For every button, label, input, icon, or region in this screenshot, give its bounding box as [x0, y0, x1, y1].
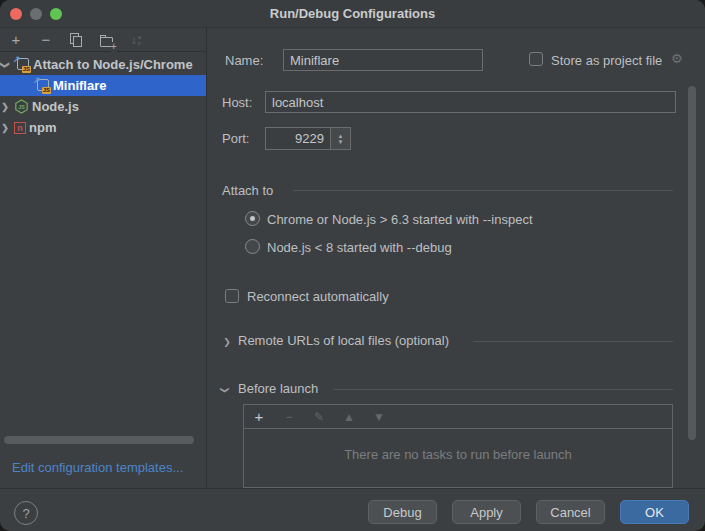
remove-configuration-icon[interactable]: − [38, 32, 54, 48]
tree-item-label: Attach to Node.js/Chrome [33, 57, 193, 72]
debug-button[interactable]: Debug [368, 500, 437, 524]
before-launch-toolbar: + − ✎ ▲ ▼ [244, 405, 672, 429]
section-divider [473, 341, 673, 342]
copy-configuration-icon[interactable] [68, 32, 84, 48]
tree-item-attach-to-nodejs-chrome[interactable]: ❯ ↗JS Attach to Node.js/Chrome [0, 54, 207, 75]
tree-item-label: Miniflare [53, 78, 106, 93]
chevron-down-icon[interactable]: ❯ [0, 60, 10, 70]
move-task-down-icon: ▼ [372, 410, 386, 424]
chevron-down-icon[interactable]: ❯ [220, 385, 230, 395]
store-as-project-file-checkbox[interactable] [529, 52, 543, 66]
host-label: Host: [222, 91, 252, 113]
cancel-button[interactable]: Cancel [536, 500, 605, 524]
attach-nodejs-chrome-icon: ↗JS [14, 57, 30, 72]
remote-urls-section-title[interactable]: Remote URLs of local files (optional) [238, 333, 449, 348]
svg-text:JS: JS [18, 104, 25, 110]
nodejs-icon: JS [14, 99, 29, 114]
dialog-footer: ? Debug Apply Cancel OK [0, 488, 705, 531]
port-value[interactable]: 9229 [266, 128, 330, 149]
titlebar: Run/Debug Configurations [0, 0, 705, 28]
dialog-title: Run/Debug Configurations [0, 0, 705, 28]
section-divider [333, 389, 673, 390]
remove-task-icon: − [282, 410, 296, 424]
port-spinner-buttons[interactable]: ▲ ▼ [330, 128, 350, 149]
tree-item-nodejs[interactable]: ❯ JS Node.js [0, 96, 207, 117]
run-debug-configurations-dialog: Run/Debug Configurations + − ↓az ❯ ↗JS A… [0, 0, 705, 531]
name-label: Name: [225, 49, 263, 71]
gear-icon[interactable]: ⚙ [671, 51, 683, 66]
move-task-up-icon: ▲ [342, 410, 356, 424]
tree-item-label: npm [29, 120, 56, 135]
reconnect-automatically-label: Reconnect automatically [247, 286, 389, 306]
ok-button[interactable]: OK [620, 500, 689, 524]
sidebar-horizontal-scrollbar[interactable] [4, 436, 194, 444]
name-input[interactable] [283, 49, 483, 71]
chevron-right-icon[interactable]: ❯ [0, 123, 10, 133]
before-launch-panel: + − ✎ ▲ ▼ There are no tasks to run befo… [243, 404, 673, 488]
attach-to-section-title: Attach to [222, 183, 273, 198]
edit-task-icon: ✎ [312, 410, 326, 424]
spinner-down-icon[interactable]: ▼ [338, 139, 344, 145]
configuration-form: Name: Store as project file ⚙ Host: Port… [208, 28, 705, 488]
attach-nodejs-chrome-icon: ↗JS [34, 78, 50, 93]
port-stepper[interactable]: 9229 ▲ ▼ [265, 127, 351, 150]
radio-nodejs-debug-label: Node.js < 8 started with --debug [267, 237, 452, 257]
sort-configurations-icon: ↓az [128, 32, 144, 48]
section-divider [293, 190, 673, 191]
radio-nodejs-debug[interactable] [245, 239, 260, 254]
configurations-sidebar: + − ↓az ❯ ↗JS Attach to Node.js/Chrome ↗… [0, 28, 207, 488]
radio-chrome-inspect[interactable] [245, 211, 260, 226]
radio-chrome-inspect-label: Chrome or Node.js > 6.3 started with --i… [267, 209, 533, 229]
chevron-right-icon[interactable]: ❯ [222, 337, 232, 347]
apply-button[interactable]: Apply [452, 500, 521, 524]
tree-item-label: Node.js [32, 99, 79, 114]
before-launch-section-title[interactable]: Before launch [238, 381, 318, 396]
before-launch-empty-message: There are no tasks to run before launch [244, 447, 672, 462]
store-as-project-file-label: Store as project file [551, 49, 662, 71]
tree-item-npm[interactable]: ❯ npm [0, 117, 207, 138]
sidebar-toolbar: + − ↓az [0, 28, 207, 52]
npm-icon [14, 122, 26, 134]
add-configuration-icon[interactable]: + [8, 32, 24, 48]
new-folder-icon[interactable] [98, 32, 114, 48]
edit-configuration-templates-link[interactable]: Edit configuration templates... [12, 460, 183, 475]
add-task-icon[interactable]: + [252, 408, 266, 425]
form-vertical-scrollbar[interactable] [688, 86, 696, 440]
port-label: Port: [222, 127, 249, 150]
host-input[interactable] [265, 91, 676, 113]
reconnect-automatically-checkbox[interactable] [225, 289, 239, 303]
chevron-right-icon[interactable]: ❯ [0, 102, 10, 112]
help-icon[interactable]: ? [14, 501, 38, 525]
tree-item-miniflare[interactable]: ↗JS Miniflare [0, 75, 207, 96]
